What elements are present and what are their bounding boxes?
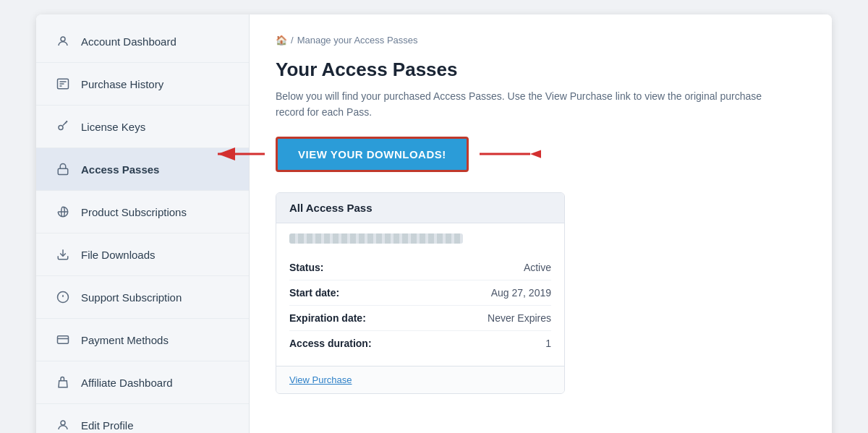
page-description: Below you will find your purchased Acces… [276,88,782,121]
pass-row-value: Active [524,262,551,273]
sidebar-item-edit-profile[interactable]: Edit Profile [36,404,249,433]
sidebar-item-label-account-dashboard: Account Dashboard [81,35,176,48]
support-subscription-icon [54,288,72,306]
sidebar-item-label-purchase-history: Purchase History [81,78,163,90]
account-dashboard-icon [54,32,72,51]
sidebar-item-label-product-subscriptions: Product Subscriptions [81,206,187,218]
sidebar-item-support-subscription[interactable]: Support Subscription [36,276,249,319]
sidebar-item-label-license-keys: License Keys [81,121,145,133]
file-downloads-icon [54,245,72,264]
sidebar-item-account-dashboard[interactable]: Account Dashboard [36,20,249,63]
svg-point-0 [61,37,65,41]
sidebar-item-affiliate-dashboard[interactable]: Affiliate Dashboard [36,361,249,404]
blurred-id [289,233,463,244]
affiliate-dashboard-icon [54,373,72,392]
sidebar-item-product-subscriptions[interactable]: Product Subscriptions [36,191,249,233]
product-subscriptions-icon [54,202,72,221]
sidebar-item-label-access-passes: Access Passes [81,163,159,176]
left-arrow-annotation [210,141,268,167]
pass-row-label: Status: [289,262,323,273]
sidebar: Account DashboardPurchase HistoryLicense… [36,14,250,433]
view-downloads-button[interactable]: VIEW YOUR DOWNLOADS! [276,137,469,172]
home-icon: 🏠 [276,35,287,46]
sidebar-item-label-edit-profile: Edit Profile [81,419,134,432]
pass-row: Expiration date:Never Expires [289,306,551,331]
sidebar-item-label-affiliate-dashboard: Affiliate Dashboard [81,377,172,389]
page-title: Your Access Passes [276,59,806,81]
license-keys-icon [54,117,72,136]
sidebar-item-label-support-subscription: Support Subscription [81,291,182,304]
right-arrow-annotation [476,141,541,167]
pass-row-label: Access duration: [289,338,372,349]
page-container: Account DashboardPurchase HistoryLicense… [36,14,832,433]
pass-row-value: Aug 27, 2019 [491,287,551,299]
edit-profile-icon [54,416,72,433]
sidebar-item-purchase-history[interactable]: Purchase History [36,63,249,106]
svg-point-5 [59,126,63,130]
sidebar-item-label-file-downloads: File Downloads [81,249,156,261]
pass-card-body: Status:ActiveStart date:Aug 27, 2019Expi… [276,223,564,366]
pass-row-value: Never Expires [488,312,551,324]
pass-card: All Access Pass Status:ActiveStart date:… [276,192,565,394]
pass-row-label: Start date: [289,287,339,299]
pass-row-value: 1 [545,338,551,349]
payment-methods-icon [54,330,72,349]
main-content: 🏠 / Manage your Access Passes Your Acces… [250,14,832,433]
breadcrumb-text: Manage your Access Passes [297,35,418,46]
breadcrumb-separator: / [291,35,294,46]
svg-point-14 [61,421,65,425]
breadcrumb: 🏠 / Manage your Access Passes [276,35,806,46]
sidebar-item-file-downloads[interactable]: File Downloads [36,233,249,276]
pass-row-label: Expiration date: [289,312,366,324]
sidebar-item-label-payment-methods: Payment Methods [81,334,169,346]
pass-row: Status:Active [289,255,551,280]
pass-row: Start date:Aug 27, 2019 [289,280,551,306]
sidebar-item-payment-methods[interactable]: Payment Methods [36,319,249,361]
pass-row: Access duration:1 [289,331,551,356]
access-passes-icon [54,160,72,179]
pass-card-header: All Access Pass [276,193,564,223]
svg-rect-7 [58,168,68,174]
purchase-history-icon [54,74,72,93]
view-purchase-link[interactable]: View Purchase [276,366,564,393]
svg-rect-12 [58,336,69,344]
